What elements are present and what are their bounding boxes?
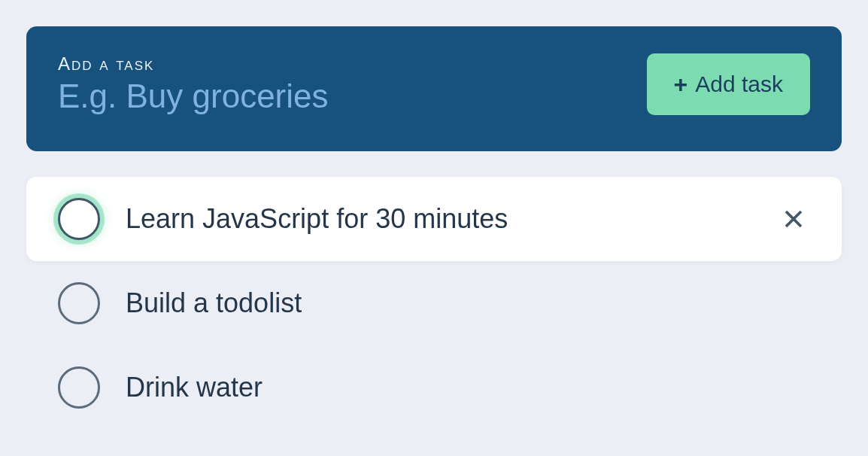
task-input[interactable] xyxy=(58,78,647,115)
close-icon xyxy=(782,208,805,230)
task-item[interactable]: Build a todolist xyxy=(26,261,842,345)
task-item[interactable]: Drink water xyxy=(26,345,842,430)
task-text[interactable]: Build a todolist xyxy=(126,287,810,319)
add-task-card: Add a task + Add task xyxy=(26,26,842,151)
add-task-button-label: Add task xyxy=(695,71,783,97)
plus-icon: + xyxy=(674,72,688,96)
task-checkbox[interactable] xyxy=(58,282,100,324)
task-item[interactable]: Learn JavaScript for 30 minutes xyxy=(26,177,842,261)
task-checkbox[interactable] xyxy=(58,198,100,240)
task-text[interactable]: Drink water xyxy=(126,372,810,403)
delete-task-button[interactable] xyxy=(777,202,810,236)
task-input-label: Add a task xyxy=(58,53,647,74)
input-area: Add a task xyxy=(58,53,647,115)
task-text[interactable]: Learn JavaScript for 30 minutes xyxy=(126,203,751,235)
task-list: Learn JavaScript for 30 minutes Build a … xyxy=(26,177,842,430)
task-checkbox[interactable] xyxy=(58,366,100,409)
add-task-button[interactable]: + Add task xyxy=(647,53,810,115)
